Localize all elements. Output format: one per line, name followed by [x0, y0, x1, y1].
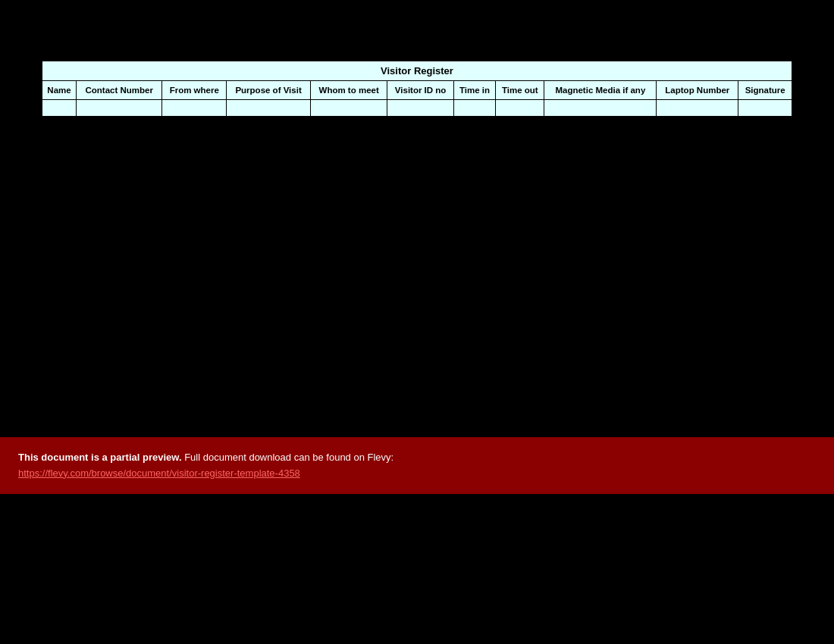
cell-time-out [496, 100, 544, 117]
table-container: Visitor Register Name Contact Number Fro… [42, 61, 792, 117]
cell-from-where [162, 100, 227, 117]
cell-signature [738, 100, 792, 117]
col-signature: Signature [738, 81, 792, 100]
flevy-link[interactable]: https://flevy.com/browse/document/visito… [18, 467, 300, 479]
cell-name [42, 100, 77, 117]
col-purpose: Purpose of Visit [227, 81, 311, 100]
visitor-register-table: Visitor Register Name Contact Number Fro… [42, 61, 792, 117]
col-visitor-id: Visitor ID no [387, 81, 454, 100]
col-whom: Whom to meet [311, 81, 387, 100]
col-from-where: From where [162, 81, 227, 100]
main-area: Visitor Register Name Contact Number Fro… [0, 0, 834, 436]
cell-visitor-id [387, 100, 454, 117]
col-name: Name [42, 81, 77, 100]
cell-whom [311, 100, 387, 117]
cell-purpose [227, 100, 311, 117]
footer-text: This document is a partial preview. Full… [18, 450, 393, 482]
table-row [42, 100, 792, 117]
title-row: Visitor Register [42, 61, 792, 81]
preview-label: This document is a partial preview. Full… [18, 452, 393, 463]
col-magnetic-media: Magnetic Media if any [544, 81, 657, 100]
header-row: Name Contact Number From where Purpose o… [42, 81, 792, 100]
cell-time-in [453, 100, 495, 117]
table-title: Visitor Register [42, 61, 792, 81]
footer-banner: This document is a partial preview. Full… [0, 437, 834, 494]
cell-magnetic [544, 100, 657, 117]
bottom-black [0, 494, 834, 644]
cell-contact [77, 100, 162, 117]
col-time-out: Time out [496, 81, 544, 100]
cell-laptop [657, 100, 738, 117]
col-contact-number: Contact Number [77, 81, 162, 100]
col-time-in: Time in [453, 81, 495, 100]
col-laptop-number: Laptop Number [657, 81, 738, 100]
